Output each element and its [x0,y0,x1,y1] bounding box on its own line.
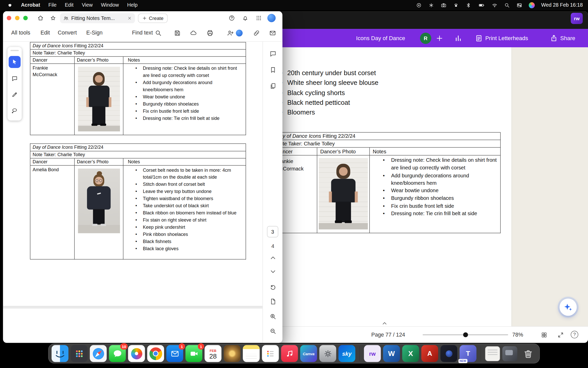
menu-file[interactable]: File [48,2,57,8]
dock-trash-icon[interactable] [520,345,536,362]
document-tab[interactable]: Fitting Notes Tem... [60,13,135,23]
thumbnail-grid-icon[interactable] [541,331,547,338]
collaborator-presence-avatar[interactable] [236,30,242,36]
home-icon[interactable] [37,15,44,21]
dock-settings-icon[interactable] [319,345,336,362]
find-text-button[interactable]: Find text [132,30,153,36]
dock-messages-icon[interactable]: 10 [109,345,126,362]
help-button[interactable]: ? [571,331,578,338]
dock-facetime-icon[interactable]: 1 [186,345,202,362]
minimized-window-photo[interactable] [502,346,517,361]
dock-chrome-icon[interactable] [147,345,164,362]
share-icon[interactable] [550,34,558,42]
current-page-box[interactable]: 3 [267,226,278,237]
edit-menu[interactable]: Edit [41,30,50,36]
user-avatar[interactable]: R [420,32,431,44]
menu-window[interactable]: Window [101,2,119,8]
scroll-down-chevron-icon[interactable] [269,268,277,275]
fit-page-icon[interactable] [269,298,277,305]
dock-safari-icon[interactable] [90,345,107,362]
next-page-number[interactable]: 4 [263,243,282,249]
status-camera-icon[interactable] [441,2,447,8]
chart-icon[interactable] [454,34,462,42]
save-icon[interactable] [174,29,181,37]
dock-readwrite-icon[interactable]: rw [364,345,381,362]
dock-sky-icon[interactable]: sky [338,345,355,362]
select-tool-button[interactable] [9,56,21,68]
share-button[interactable]: Share [560,35,575,41]
ai-assistant-button[interactable] [559,298,577,316]
collapse-footer-chevron-icon[interactable] [381,320,388,327]
siri-icon[interactable] [529,2,535,8]
print-letterheads-button[interactable]: Print Letterheads [485,35,528,41]
drag-handle[interactable] [10,50,19,51]
print-icon[interactable] [206,29,214,37]
dock-mail-icon[interactable]: 1 [166,345,183,362]
star-icon[interactable] [50,15,56,21]
search-icon[interactable] [154,29,162,37]
copy-link-icon[interactable] [253,29,260,37]
page-scrub-knob[interactable] [463,332,468,337]
fullscreen-icon[interactable] [557,331,564,338]
email-icon[interactable] [269,29,276,37]
comment-tool-button[interactable] [9,73,21,85]
battery-icon[interactable] [478,2,485,8]
create-button[interactable]: Create [138,14,168,23]
add-user-icon[interactable] [435,34,444,42]
dock-acrobat-icon[interactable]: A [421,345,438,362]
menu-edit[interactable]: Edit [65,2,74,8]
rotate-page-icon[interactable] [269,283,277,291]
dock-word-icon[interactable]: W [383,345,400,362]
dock-reminders-icon[interactable] [262,345,279,362]
spotlight-icon[interactable] [504,2,510,8]
menu-help[interactable]: Help [127,2,138,8]
zoom-window-button[interactable] [23,16,28,20]
apple-menu-icon[interactable] [7,2,13,8]
comments-panel-icon[interactable] [269,50,277,57]
dock-finder-icon[interactable] [52,345,68,362]
column-header-notes: Notes [123,57,246,64]
bluetooth-icon[interactable] [465,2,472,8]
cloud-upload-icon[interactable] [190,29,197,37]
minimized-doc-lines [488,349,497,355]
help-icon[interactable] [228,15,235,21]
dock-photos-icon[interactable] [128,345,145,362]
dock-excel-icon[interactable]: X [402,345,419,362]
convert-menu[interactable]: Convert [58,30,77,36]
all-tools-menu[interactable]: All tools [11,30,30,36]
zoom-out-icon[interactable] [269,327,277,335]
rw-logo-badge[interactable]: rw [571,13,583,24]
dock-notes-icon[interactable] [243,345,260,362]
lasso-tool-button[interactable] [9,105,21,117]
share-with-people-icon[interactable] [227,29,234,37]
page-thumbnails-icon[interactable] [269,82,277,90]
close-tab-icon[interactable] [127,16,132,21]
dock-dark-blue-app-icon[interactable] [440,345,457,362]
minimized-window-document[interactable] [485,346,500,361]
menu-acrobat[interactable]: Acrobat [21,2,40,8]
scroll-up-chevron-icon[interactable] [269,254,277,262]
dock-music-icon[interactable] [281,345,298,362]
wifi-icon[interactable] [492,2,498,8]
dock-teams-icon[interactable]: T NEW [460,345,476,362]
dock-photo-booth-icon[interactable] [224,345,240,362]
zoom-in-icon[interactable] [269,313,277,320]
notifications-bell-icon[interactable] [242,15,249,21]
menu-clock[interactable]: Wed 28 Feb 16:18 [541,2,583,8]
control-center-icon[interactable] [517,2,523,8]
status-paw-icon[interactable] [453,2,459,8]
minimize-window-button[interactable] [15,16,20,20]
account-avatar[interactable] [267,14,276,22]
menu-view[interactable]: View [82,2,93,8]
status-app-circle-icon[interactable] [416,2,422,8]
close-window-button[interactable] [7,16,11,20]
draw-tool-button[interactable] [9,89,21,101]
esign-menu[interactable]: E-Sign [86,30,103,36]
apps-grid-icon[interactable] [255,15,262,21]
dock-calendar-icon[interactable]: FEB 28 [205,345,222,362]
note-item: Tighten waistband of the bloomers [123,195,246,202]
status-asterisk-icon[interactable] [428,2,434,8]
bookmarks-panel-icon[interactable] [269,66,277,74]
dock-launchpad-icon[interactable] [71,345,88,362]
dock-canva-icon[interactable]: Canva [300,345,317,362]
